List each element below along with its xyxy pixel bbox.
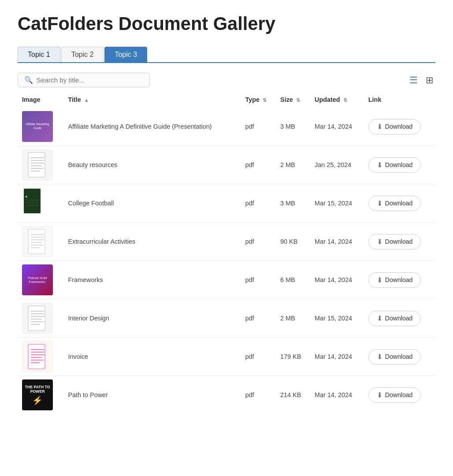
cell-thumbnail: ◈ — [18, 184, 64, 223]
cell-title: Frameworks — [64, 261, 241, 299]
cell-link: ⬇ Download — [364, 146, 435, 184]
table-row: Beauty resources pdf 2 MB Jan 25, 2024 ⬇… — [18, 146, 435, 184]
cell-thumbnail — [18, 223, 64, 261]
cell-thumbnail — [18, 146, 64, 184]
col-title[interactable]: Title ▲ — [64, 92, 241, 108]
col-link: Link — [364, 92, 435, 108]
table-row: Interior Design pdf 2 MB Mar 15, 2024 ⬇ … — [18, 299, 435, 338]
download-icon: ⬇ — [377, 353, 382, 361]
tab-topic3[interactable]: Topic 3 — [104, 47, 147, 62]
cell-type: pdf — [241, 108, 276, 146]
cell-thumbnail — [18, 338, 64, 376]
download-icon: ⬇ — [377, 276, 382, 284]
cell-updated: Mar 15, 2024 — [310, 299, 364, 338]
cell-thumbnail — [18, 299, 64, 338]
cell-title: Path to Power — [64, 376, 241, 414]
cell-size: 179 KB — [276, 338, 310, 376]
download-icon: ⬇ — [377, 161, 382, 169]
download-button[interactable]: ⬇ Download — [368, 196, 421, 211]
cell-title: Interior Design — [64, 299, 241, 338]
cell-title: Affiliate Marketing A Definitive Guide (… — [64, 108, 241, 146]
download-label: Download — [385, 238, 413, 245]
table-row: Affiliate Marketing Guide Affiliate Mark… — [18, 108, 435, 146]
download-label: Download — [385, 161, 413, 168]
cell-type: pdf — [241, 146, 276, 184]
download-button[interactable]: ⬇ Download — [368, 349, 421, 364]
cell-title: Invoice — [64, 338, 241, 376]
cell-updated: Mar 14, 2024 — [310, 223, 364, 261]
cell-size: 214 KB — [276, 376, 310, 414]
table-row: ◈ College Football pdf 3 MB Mar 15, 2024… — [18, 184, 435, 223]
table-row: Invoice pdf 179 KB Mar 14, 2024 ⬇ Downlo… — [18, 338, 435, 376]
cell-link: ⬇ Download — [364, 223, 435, 261]
cell-size: 2 MB — [276, 146, 310, 184]
col-updated[interactable]: Updated ⇅ — [310, 92, 364, 108]
list-view-button[interactable]: ☰ — [408, 73, 420, 87]
cell-link: ⬇ Download — [364, 338, 435, 376]
cell-updated: Mar 15, 2024 — [310, 184, 364, 223]
cell-title: Extracurricular Activities — [64, 223, 241, 261]
download-label: Download — [385, 123, 413, 130]
grid-view-button[interactable]: ⊞ — [424, 73, 435, 87]
table-header-row: Image Title ▲ Type ⇅ Size ⇅ Updated ⇅ Li… — [18, 92, 435, 108]
cell-size: 2 MB — [276, 299, 310, 338]
tab-bar: Topic 1 Topic 2 Topic 3 — [18, 47, 435, 63]
svg-rect-19 — [28, 306, 45, 331]
table-row: Podcast Script Frameworks. Frameworks pd… — [18, 261, 435, 299]
download-label: Download — [385, 353, 413, 360]
cell-title: Beauty resources — [64, 146, 241, 184]
download-button[interactable]: ⬇ Download — [368, 157, 421, 173]
download-icon: ⬇ — [377, 238, 382, 246]
cell-link: ⬇ Download — [364, 184, 435, 223]
search-input[interactable] — [37, 76, 143, 84]
document-table: Image Title ▲ Type ⇅ Size ⇅ Updated ⇅ Li… — [18, 92, 435, 414]
cell-thumbnail: Podcast Script Frameworks. — [18, 261, 64, 299]
download-label: Download — [385, 200, 413, 207]
col-size[interactable]: Size ⇅ — [276, 92, 310, 108]
cell-size: 90 KB — [276, 223, 310, 261]
download-icon: ⬇ — [377, 199, 382, 208]
col-type[interactable]: Type ⇅ — [241, 92, 276, 108]
cell-title: College Football — [64, 184, 241, 223]
cell-thumbnail: Affiliate Marketing Guide — [18, 108, 64, 146]
view-toggle: ☰ ⊞ — [408, 73, 435, 87]
download-button[interactable]: ⬇ Download — [368, 272, 421, 288]
cell-size: 3 MB — [276, 108, 310, 146]
download-button[interactable]: ⬇ Download — [368, 234, 421, 249]
cell-type: pdf — [241, 299, 276, 338]
cell-size: 3 MB — [276, 184, 310, 223]
download-icon: ⬇ — [377, 123, 382, 131]
svg-rect-0 — [28, 152, 45, 177]
cell-link: ⬇ Download — [364, 376, 435, 414]
table-row: THE PATH TOPOWER⚡ Path to Power pdf 214 … — [18, 376, 435, 414]
cell-link: ⬇ Download — [364, 108, 435, 146]
cell-type: pdf — [241, 338, 276, 376]
download-button[interactable]: ⬇ Download — [368, 119, 421, 134]
cell-updated: Jan 25, 2024 — [310, 146, 364, 184]
svg-rect-26 — [28, 344, 45, 369]
svg-rect-12 — [28, 229, 45, 254]
download-button[interactable]: ⬇ Download — [368, 311, 421, 326]
cell-type: pdf — [241, 261, 276, 299]
cell-type: pdf — [241, 223, 276, 261]
download-label: Download — [385, 276, 413, 283]
tab-topic2[interactable]: Topic 2 — [61, 47, 104, 62]
tab-topic1[interactable]: Topic 1 — [18, 47, 60, 62]
toolbar: 🔍 ☰ ⊞ — [18, 73, 435, 87]
download-icon: ⬇ — [377, 314, 382, 323]
cell-link: ⬇ Download — [364, 261, 435, 299]
download-button[interactable]: ⬇ Download — [368, 387, 421, 403]
cell-link: ⬇ Download — [364, 299, 435, 338]
svg-rect-7 — [24, 189, 41, 213]
search-box[interactable]: 🔍 — [18, 73, 150, 87]
cell-type: pdf — [241, 376, 276, 414]
cell-updated: Mar 14, 2024 — [310, 338, 364, 376]
cell-size: 6 MB — [276, 261, 310, 299]
cell-updated: Mar 14, 2024 — [310, 108, 364, 146]
search-icon: 🔍 — [24, 76, 33, 84]
download-label: Download — [385, 391, 413, 398]
cell-thumbnail: THE PATH TOPOWER⚡ — [18, 376, 64, 414]
download-label: Download — [385, 315, 413, 322]
table-row: Extracurricular Activities pdf 90 KB Mar… — [18, 223, 435, 261]
page-title: CatFolders Document Gallery — [18, 13, 435, 34]
